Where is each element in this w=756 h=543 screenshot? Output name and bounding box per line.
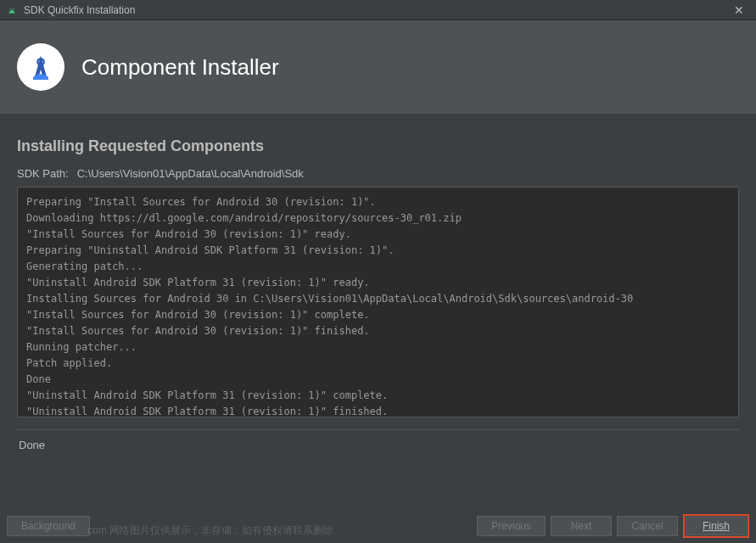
install-log[interactable]: Preparing "Install Sources for Android 3… — [17, 187, 739, 417]
svg-line-3 — [13, 8, 14, 9]
log-line: "Install Sources for Android 30 (revisio… — [26, 323, 730, 339]
log-line: Done — [26, 372, 730, 388]
svg-point-0 — [10, 11, 11, 12]
previous-button[interactable]: Previous — [477, 516, 546, 536]
footer: Background Previous Next Cancel Finish — [0, 514, 756, 538]
log-line: "Install Sources for Android 30 (revisio… — [26, 307, 730, 323]
background-button[interactable]: Background — [7, 516, 90, 536]
next-button[interactable]: Next — [551, 516, 612, 536]
close-icon[interactable]: ✕ — [727, 3, 751, 17]
page-title: Component Installer — [81, 54, 279, 81]
sdk-path-row: SDK Path: C:\Users\Vision01\AppData\Loca… — [17, 167, 739, 180]
titlebar: SDK Quickfix Installation ✕ — [0, 0, 756, 20]
status-text: Done — [17, 439, 739, 451]
android-studio-logo — [17, 43, 64, 91]
log-line: Generating patch... — [26, 259, 730, 275]
log-line: Preparing "Uninstall Android SDK Platfor… — [26, 243, 730, 259]
sdk-path-label: SDK Path: — [17, 167, 69, 180]
header: Component Installer — [0, 20, 756, 114]
finish-button-highlight: Finish — [683, 514, 749, 538]
svg-line-2 — [10, 8, 11, 9]
log-line: Downloading https://dl.google.com/androi… — [26, 210, 730, 227]
cancel-button[interactable]: Cancel — [617, 516, 678, 536]
log-line: "Uninstall Android SDK Platform 31 (revi… — [26, 404, 730, 417]
log-line: Running patcher... — [26, 339, 730, 355]
sdk-path-value: C:\Users\Vision01\AppData\Local\Android\… — [77, 167, 304, 180]
log-line: Preparing "Install Sources for Android 3… — [26, 194, 730, 210]
window-title: SDK Quickfix Installation — [24, 4, 727, 16]
divider — [17, 429, 739, 430]
section-title: Installing Requested Components — [17, 137, 739, 155]
log-line: "Uninstall Android SDK Platform 31 (revi… — [26, 275, 730, 291]
android-studio-icon — [5, 3, 19, 17]
log-line: Patch applied. — [26, 355, 730, 372]
log-line: "Install Sources for Android 30 (revisio… — [26, 227, 730, 243]
svg-point-1 — [13, 11, 14, 12]
log-line: Installing Sources for Android 30 in C:\… — [26, 291, 730, 307]
content-area: Installing Requested Components SDK Path… — [0, 114, 756, 451]
finish-button[interactable]: Finish — [686, 517, 747, 535]
log-line: "Uninstall Android SDK Platform 31 (revi… — [26, 388, 730, 404]
